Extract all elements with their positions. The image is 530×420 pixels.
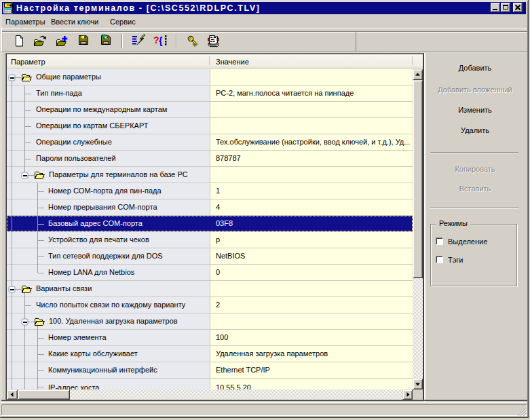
svg-text:{: { xyxy=(159,35,163,46)
